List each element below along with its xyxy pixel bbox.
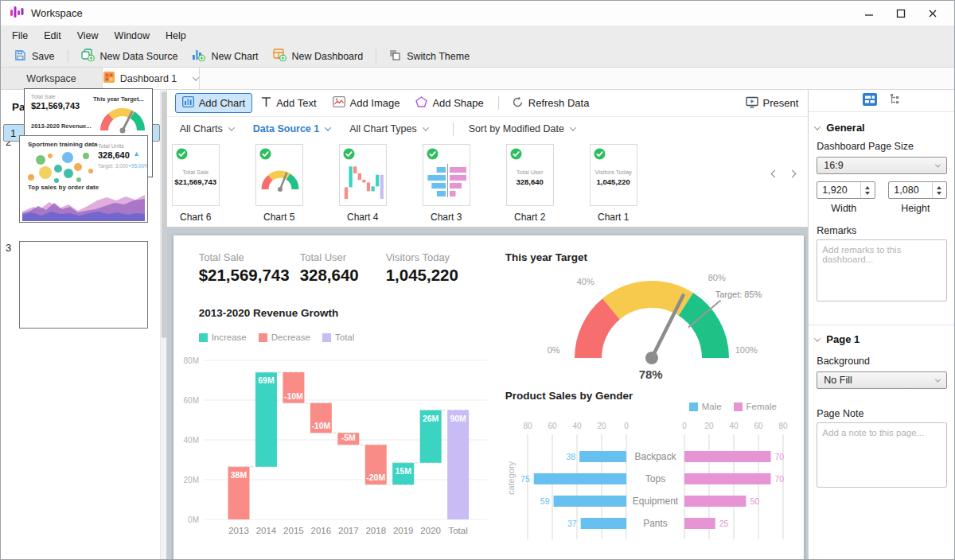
- svg-text:40: 40: [572, 422, 582, 430]
- remarks-textarea[interactable]: [817, 239, 947, 301]
- chevron-down-icon: [423, 124, 429, 130]
- waterfall-chart[interactable]: 0M20M40M60M80M38M201369M2014-10M2015-10M…: [183, 352, 489, 543]
- svg-text:-5M: -5M: [341, 433, 355, 442]
- collapse-chevron-icon: [814, 335, 821, 341]
- stepper-arrows-icon[interactable]: [860, 182, 873, 198]
- new-chart-button[interactable]: New Chart: [185, 46, 265, 66]
- tab-workspace[interactable]: Workspace: [1, 68, 103, 89]
- menu-edit[interactable]: Edit: [36, 28, 69, 44]
- cards-prev-button[interactable]: [771, 170, 779, 178]
- svg-text:80M: 80M: [183, 356, 198, 365]
- chart-card[interactable]: Visitors Today 1,045,220 Chart 1: [590, 144, 637, 227]
- kpi-visitors-today[interactable]: Visitors Today 1,045,220: [386, 251, 458, 285]
- chevron-down-icon: [935, 376, 941, 382]
- add-text-button[interactable]: Add Text: [254, 93, 323, 113]
- increase-swatch: [199, 333, 208, 342]
- add-shape-icon: [415, 96, 427, 110]
- chart-card[interactable]: Chart 4: [339, 144, 387, 227]
- svg-text:26M: 26M: [423, 414, 439, 423]
- app-logo-icon: [10, 6, 25, 21]
- new-dashboard-button[interactable]: New Dashboard: [266, 46, 371, 66]
- structure-tree-icon[interactable]: [888, 93, 901, 109]
- gauge-value-label: 78%: [627, 368, 675, 381]
- kpi-total-user[interactable]: Total User 328,640: [300, 251, 359, 285]
- switch-theme-button[interactable]: Switch Theme: [382, 47, 477, 66]
- tab-menu-chevron-icon[interactable]: [193, 74, 199, 80]
- height-stepper[interactable]: [888, 181, 947, 199]
- filter-chart-types[interactable]: All Chart Types: [349, 123, 428, 134]
- chart-card[interactable]: Chart 3: [423, 144, 470, 227]
- dashboard-settings-icon[interactable]: [863, 93, 877, 109]
- thumb-units-value: 328,640: [98, 150, 130, 160]
- svg-text:0: 0: [624, 422, 629, 430]
- toolbar-divider: [68, 49, 68, 63]
- page-size-select[interactable]: 16:9: [817, 157, 947, 174]
- menu-help[interactable]: Help: [158, 28, 194, 44]
- menu-file[interactable]: File: [4, 28, 36, 44]
- collapse-chevron-icon: [814, 123, 821, 130]
- width-stepper[interactable]: [817, 181, 875, 199]
- close-button[interactable]: [927, 8, 938, 19]
- filter-data-source[interactable]: Data Source 1: [253, 123, 330, 134]
- width-input[interactable]: [817, 182, 860, 198]
- up-triangle-icon: ▲: [133, 150, 140, 158]
- kpi-total-sale[interactable]: Total Sale $21,569,743: [199, 251, 290, 285]
- save-button[interactable]: Save: [7, 47, 62, 66]
- menu-view[interactable]: View: [69, 28, 107, 44]
- refresh-data-button[interactable]: Refresh Data: [505, 93, 597, 114]
- chart-card-name: Chart 5: [255, 212, 303, 223]
- chart-card[interactable]: Total Sale $21,569,743 Chart 6: [172, 144, 220, 227]
- svg-text:2016: 2016: [310, 526, 331, 535]
- maximize-button[interactable]: [895, 8, 906, 19]
- new-chart-icon: [192, 49, 205, 64]
- sort-by-modified-date[interactable]: Sort by Modified Date: [469, 123, 575, 134]
- svg-text:Pants: Pants: [643, 518, 668, 529]
- page-thumbnail-2[interactable]: 2 Sportmen training data Total Units 328…: [3, 131, 158, 227]
- chart-card-name: Chart 2: [506, 212, 554, 223]
- dashboard-page[interactable]: Total Sale $21,569,743 Total User 328,64…: [173, 235, 804, 560]
- pages-scrollbar: [160, 90, 166, 560]
- filter-all-charts[interactable]: All Charts: [180, 123, 234, 134]
- page-section-header[interactable]: Page 1: [815, 333, 860, 345]
- pages-panel: Pages 1 Total Sale $21,569,743 This year…: [1, 90, 160, 560]
- page-2-preview: Sportmen training data Total Units 328,6…: [19, 135, 148, 223]
- height-input[interactable]: [889, 182, 932, 198]
- gallery-action-bar: Add Chart Add Text Add Image Add Shape: [167, 90, 809, 117]
- chart-card[interactable]: Chart 5: [255, 144, 303, 227]
- dashboard-tab-icon: [103, 72, 115, 85]
- add-shape-button[interactable]: Add Shape: [408, 93, 490, 113]
- section-divider: [809, 325, 954, 325]
- svg-text:-20M: -20M: [366, 472, 385, 482]
- add-image-button[interactable]: Add Image: [325, 93, 407, 113]
- cards-next-button[interactable]: [789, 170, 797, 178]
- new-data-source-button[interactable]: New Data Source: [74, 46, 185, 66]
- dashboard-canvas[interactable]: Total Sale $21,569,743 Total User 328,64…: [167, 228, 809, 560]
- page-thumbnail-3[interactable]: 3: [3, 237, 158, 332]
- menu-window[interactable]: Window: [107, 28, 158, 44]
- background-select[interactable]: No Fill: [817, 371, 947, 389]
- page-note-textarea[interactable]: [817, 422, 947, 488]
- chart-card[interactable]: Total User 328,640 Chart 2: [506, 144, 554, 227]
- minimize-button[interactable]: [863, 8, 875, 19]
- check-circle-icon: [594, 148, 606, 163]
- svg-text:37: 37: [567, 519, 577, 528]
- svg-text:69M: 69M: [258, 375, 275, 385]
- svg-text:20: 20: [704, 422, 714, 430]
- svg-text:80: 80: [523, 422, 532, 430]
- svg-text:Equipment: Equipment: [632, 496, 678, 507]
- thumb-area-title: Top sales by order date: [28, 184, 99, 191]
- svg-text:2018: 2018: [365, 526, 386, 535]
- svg-text:2020: 2020: [420, 526, 441, 535]
- svg-text:2019: 2019: [393, 526, 414, 535]
- check-circle-icon: [259, 148, 271, 163]
- pages-scrollbar-thumb[interactable]: [162, 91, 166, 338]
- tab-dashboard-1[interactable]: Dashboard 1: [103, 68, 200, 89]
- page-note-label: Page Note: [817, 408, 863, 419]
- stepper-arrows-icon[interactable]: [932, 182, 945, 198]
- add-chart-button[interactable]: Add Chart: [175, 93, 253, 113]
- present-button[interactable]: Present: [746, 96, 799, 111]
- total-swatch: [322, 333, 331, 342]
- svg-text:0M: 0M: [188, 515, 199, 524]
- general-section-header[interactable]: General: [815, 122, 864, 134]
- butterfly-chart[interactable]: 0020204040606080803870Backpack7570Tops59…: [505, 420, 801, 549]
